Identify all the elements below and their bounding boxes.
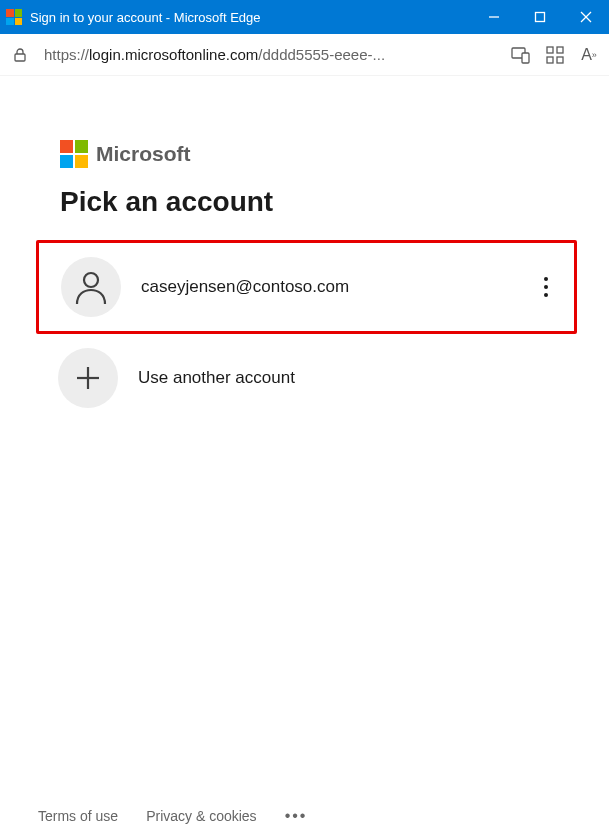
desktop-mode-icon[interactable]: [511, 45, 531, 65]
address-bar: https://login.microsoftonline.com/dddd55…: [0, 34, 609, 76]
window-title: Sign in to your account - Microsoft Edge: [30, 10, 471, 25]
microsoft-logo: Microsoft: [60, 140, 571, 168]
url-path: /dddd5555-eeee-...: [258, 46, 385, 63]
svg-rect-9: [547, 57, 553, 63]
footer: Terms of use Privacy & cookies •••: [0, 794, 609, 838]
url-host: login.microsoftonline.com: [89, 46, 258, 63]
svg-point-11: [84, 273, 98, 287]
privacy-link[interactable]: Privacy & cookies: [146, 808, 256, 824]
url-scheme: https://: [44, 46, 89, 63]
close-button[interactable]: [563, 0, 609, 34]
lock-icon[interactable]: [10, 45, 30, 65]
account-tile[interactable]: caseyjensen@contoso.com: [36, 240, 577, 334]
more-options-icon[interactable]: [534, 277, 558, 297]
svg-rect-4: [15, 54, 25, 61]
svg-rect-1: [536, 13, 545, 22]
use-another-account-label: Use another account: [138, 368, 561, 388]
account-email: caseyjensen@contoso.com: [141, 277, 514, 297]
microsoft-logo-text: Microsoft: [96, 142, 191, 166]
svg-rect-7: [547, 47, 553, 53]
terms-link[interactable]: Terms of use: [38, 808, 118, 824]
favicon-microsoft-icon: [6, 9, 22, 25]
url-text[interactable]: https://login.microsoftonline.com/dddd55…: [44, 46, 497, 63]
maximize-button[interactable]: [517, 0, 563, 34]
person-icon: [61, 257, 121, 317]
svg-rect-6: [522, 53, 529, 63]
svg-rect-10: [557, 57, 563, 63]
use-another-account-tile[interactable]: Use another account: [36, 334, 577, 422]
svg-rect-8: [557, 47, 563, 53]
footer-more-icon[interactable]: •••: [285, 807, 308, 825]
signin-panel: Microsoft Pick an account caseyjensen@co…: [0, 76, 609, 794]
plus-icon: [58, 348, 118, 408]
minimize-button[interactable]: [471, 0, 517, 34]
read-aloud-icon[interactable]: A»: [579, 45, 599, 65]
window-titlebar: Sign in to your account - Microsoft Edge: [0, 0, 609, 34]
page-heading: Pick an account: [60, 186, 571, 218]
microsoft-logo-icon: [60, 140, 88, 168]
qr-code-icon[interactable]: [545, 45, 565, 65]
